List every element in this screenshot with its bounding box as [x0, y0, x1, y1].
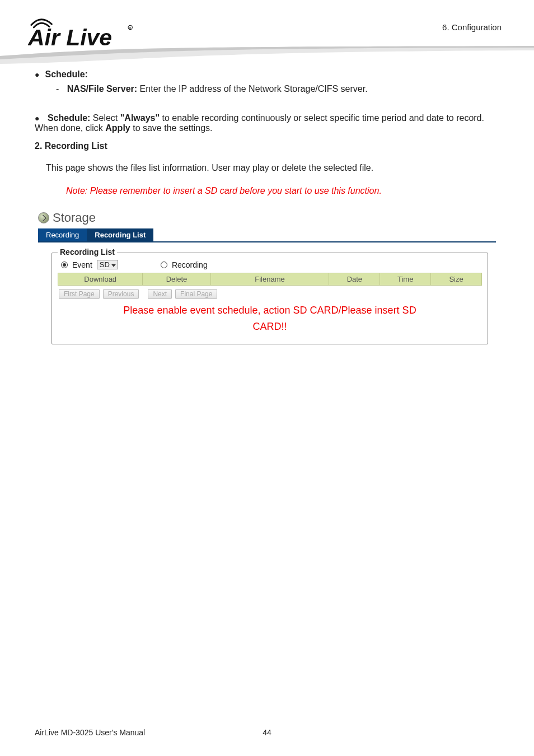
radio-event-label: Event [72, 260, 92, 269]
radio-event[interactable] [61, 262, 68, 268]
pager-prev[interactable]: Previous [103, 289, 139, 299]
tab-recording[interactable]: Recording [38, 228, 87, 241]
tab-recording-list[interactable]: Recording List [87, 228, 153, 241]
page-context: 6. Configuration [442, 22, 502, 32]
nas-line: NAS/File Server: Enter the IP address of… [56, 84, 499, 94]
footer-manual: AirLive MD-3025 User's Manual [35, 728, 145, 737]
col-date: Date [329, 273, 380, 286]
section-2-body: This page shows the files list informati… [46, 161, 499, 175]
footer-page: 44 [263, 728, 271, 737]
header-divider [0, 45, 534, 64]
pager-next[interactable]: Next [148, 289, 172, 299]
sd-select[interactable]: SD [97, 260, 118, 269]
col-delete: Delete [143, 273, 210, 286]
tabs: Recording Recording List [38, 228, 496, 242]
schedule-detail: Schedule: Select "Always" to enable reco… [35, 113, 499, 133]
section-2-title: 2. Recording List [35, 141, 499, 151]
storage-icon [38, 212, 49, 223]
radio-recording[interactable] [161, 262, 167, 268]
storage-panel: Storage Recording Recording List Recordi… [38, 211, 496, 344]
warn-line2: CARD!! [58, 320, 482, 336]
recording-table: Download Delete Filename Date Time Size [58, 273, 482, 286]
radio-recording-label: Recording [172, 260, 208, 269]
fieldset-legend: Recording List [58, 248, 117, 256]
col-time: Time [380, 273, 431, 286]
storage-heading: Storage [53, 211, 96, 225]
schedule-heading: Schedule: [35, 69, 499, 80]
pager-first[interactable]: First Page [59, 289, 100, 299]
pager-final[interactable]: Final Page [175, 289, 217, 299]
warn-line1: Please enable event schedule, action SD … [58, 304, 482, 320]
svg-text:R: R [129, 26, 131, 30]
col-filename: Filename [210, 273, 329, 286]
sd-note: Note: Please remember to insert a SD car… [66, 186, 499, 196]
col-download: Download [58, 273, 143, 286]
recording-list-fieldset: Recording List Event SD Recording Downlo… [51, 253, 488, 344]
col-size: Size [431, 273, 482, 286]
